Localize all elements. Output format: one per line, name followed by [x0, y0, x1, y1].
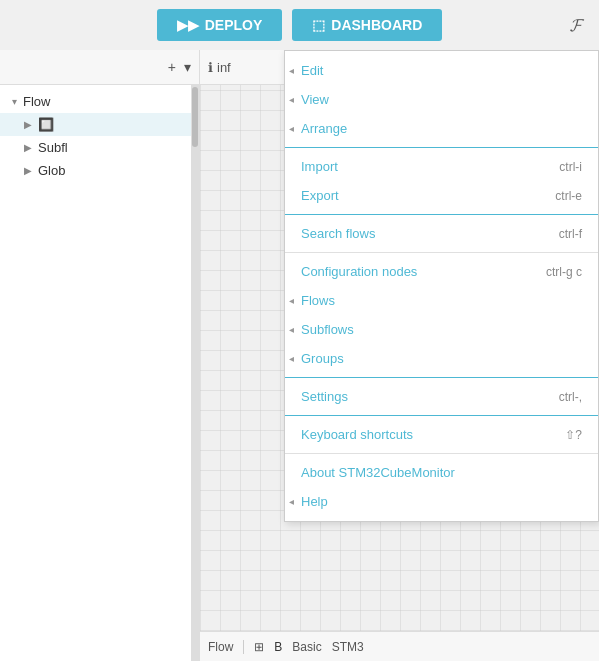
- menu-label-search-flows: Search flows: [301, 226, 559, 241]
- menu-divider-2: [285, 214, 598, 215]
- toolbar: ▶▶ DEPLOY ⬚ DASHBOARD 𝓕: [0, 0, 599, 50]
- menu-item-subflows[interactable]: ◂ Subflows: [285, 315, 598, 344]
- tree-item-flow[interactable]: ▾ Flow: [0, 90, 199, 113]
- cursor-hand-icon: 𝓕: [570, 15, 583, 35]
- status-node-info: B: [274, 640, 282, 654]
- tree-item-node[interactable]: ▶ 🔲: [0, 113, 199, 136]
- menu-divider-4: [285, 377, 598, 378]
- deploy-icon: ▶▶: [177, 17, 199, 33]
- menu-shortcut-import: ctrl-i: [559, 160, 582, 174]
- menu-shortcut-keyboard-shortcuts: ⇧?: [565, 428, 582, 442]
- status-node-label: B: [274, 640, 282, 654]
- menu-label-view: View: [301, 92, 582, 107]
- menu-item-view[interactable]: ◂ View: [285, 85, 598, 114]
- deploy-label: DEPLOY: [205, 17, 263, 33]
- menu-shortcut-config-nodes: ctrl-g c: [546, 265, 582, 279]
- add-icon[interactable]: +: [168, 59, 176, 75]
- menu-item-about[interactable]: About STM32CubeMonitor: [285, 458, 598, 487]
- submenu-arrow-subflows: ◂: [289, 324, 294, 335]
- status-bar: Flow ⊞ B Basic STM3: [200, 631, 599, 661]
- tree-arrow-global: ▶: [24, 165, 32, 176]
- tree-arrow-node: ▶: [24, 119, 32, 130]
- tree-arrow-subflow: ▶: [24, 142, 32, 153]
- menu-label-keyboard-shortcuts: Keyboard shortcuts: [301, 427, 565, 442]
- menu-divider-3: [285, 252, 598, 253]
- dropdown-menu: ◂ Edit ◂ View ◂ Arrange Import ctrl-i: [284, 50, 599, 522]
- menu-button[interactable]: 𝓕: [564, 9, 589, 42]
- menu-item-import[interactable]: Import ctrl-i: [285, 152, 598, 181]
- menu-shortcut-export: ctrl-e: [555, 189, 582, 203]
- dashboard-icon: ⬚: [312, 17, 325, 33]
- sidebar-content: ▾ Flow ▶ 🔲 ▶ Subfl ▶ Glob: [0, 85, 199, 187]
- menu-label-flows: Flows: [301, 293, 582, 308]
- menu-shortcut-search-flows: ctrl-f: [559, 227, 582, 241]
- menu-item-keyboard-shortcuts[interactable]: Keyboard shortcuts ⇧?: [285, 420, 598, 449]
- tree-arrow-flow: ▾: [12, 96, 17, 107]
- menu-label-about: About STM32CubeMonitor: [301, 465, 582, 480]
- submenu-arrow-flows: ◂: [289, 295, 294, 306]
- info-text: inf: [217, 60, 231, 75]
- menu-shortcut-settings: ctrl-,: [559, 390, 582, 404]
- menu-label-groups: Groups: [301, 351, 582, 366]
- submenu-arrow-groups: ◂: [289, 353, 294, 364]
- status-node-icon: ⊞: [254, 640, 264, 654]
- menu-item-export[interactable]: Export ctrl-e: [285, 181, 598, 210]
- sidebar: + ▾ ▾ Flow ▶ 🔲 ▶ Subfl ▶ Glob: [0, 50, 200, 661]
- menu-item-config-nodes[interactable]: Configuration nodes ctrl-g c: [285, 257, 598, 286]
- tree-item-subflow[interactable]: ▶ Subfl: [0, 136, 199, 159]
- dashboard-button[interactable]: ⬚ DASHBOARD: [292, 9, 442, 41]
- menu-label-subflows: Subflows: [301, 322, 582, 337]
- info-icon: ℹ: [208, 60, 213, 75]
- menu-divider-6: [285, 453, 598, 454]
- menu-item-edit[interactable]: ◂ Edit: [285, 56, 598, 85]
- menu-label-config-nodes: Configuration nodes: [301, 264, 546, 279]
- menu-label-arrange: Arrange: [301, 121, 582, 136]
- sidebar-scrollbar[interactable]: [191, 85, 199, 661]
- menu-item-flows[interactable]: ◂ Flows: [285, 286, 598, 315]
- deploy-button[interactable]: ▶▶ DEPLOY: [157, 9, 283, 41]
- submenu-arrow-help: ◂: [289, 496, 294, 507]
- tree-label-flow: Flow: [23, 94, 50, 109]
- submenu-arrow-arrange: ◂: [289, 123, 294, 134]
- tree-label-global: Glob: [38, 163, 65, 178]
- menu-label-settings: Settings: [301, 389, 559, 404]
- status-node-name: Basic: [292, 640, 321, 654]
- menu-divider-5: [285, 415, 598, 416]
- menu-label-import: Import: [301, 159, 559, 174]
- menu-label-edit: Edit: [301, 63, 582, 78]
- status-stm-label: STM3: [332, 640, 364, 654]
- sidebar-header: + ▾: [0, 50, 199, 85]
- menu-label-help: Help: [301, 494, 582, 509]
- menu-item-settings[interactable]: Settings ctrl-,: [285, 382, 598, 411]
- menu-item-search-flows[interactable]: Search flows ctrl-f: [285, 219, 598, 248]
- menu-item-arrange[interactable]: ◂ Arrange: [285, 114, 598, 143]
- chevron-down-icon[interactable]: ▾: [184, 59, 191, 75]
- canvas-area[interactable]: ℹ inf Flow ⊞ B Basic STM3 ◂ Edit ◂ View: [200, 50, 599, 661]
- tree-item-global[interactable]: ▶ Glob: [0, 159, 199, 182]
- menu-item-help[interactable]: ◂ Help: [285, 487, 598, 516]
- status-flow-label: Flow: [208, 640, 244, 654]
- sidebar-scrollbar-thumb: [192, 87, 198, 147]
- dashboard-label: DASHBOARD: [331, 17, 422, 33]
- tree-label-subflow: Subfl: [38, 140, 68, 155]
- submenu-arrow-edit: ◂: [289, 65, 294, 76]
- menu-item-groups[interactable]: ◂ Groups: [285, 344, 598, 373]
- tree-label-node: 🔲: [38, 117, 54, 132]
- main-area: + ▾ ▾ Flow ▶ 🔲 ▶ Subfl ▶ Glob: [0, 50, 599, 661]
- menu-divider-1: [285, 147, 598, 148]
- submenu-arrow-view: ◂: [289, 94, 294, 105]
- menu-label-export: Export: [301, 188, 555, 203]
